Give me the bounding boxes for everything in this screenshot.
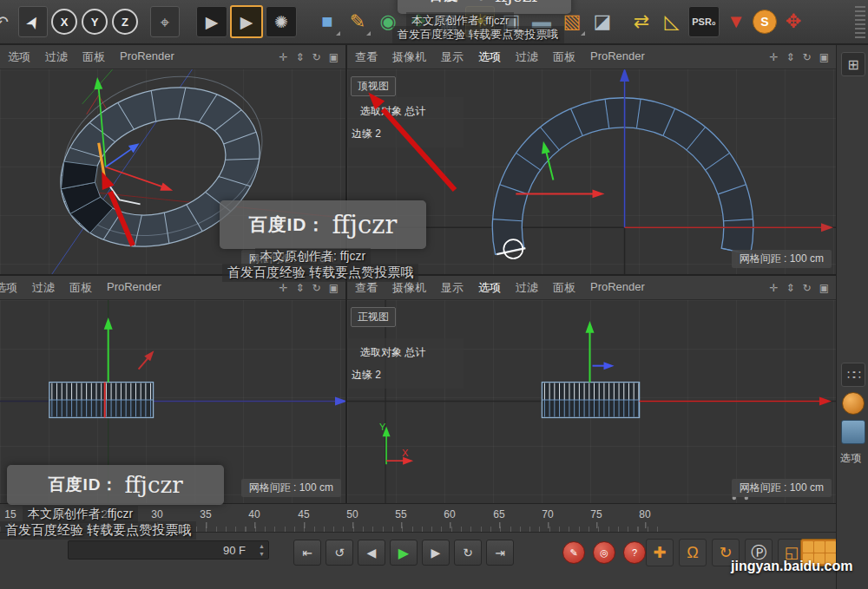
menu-panel[interactable]: 面板: [553, 280, 575, 296]
menu-options[interactable]: 选项: [478, 49, 501, 65]
workplane-icon[interactable]: ◺: [658, 7, 686, 36]
menu-filter[interactable]: 过滤: [516, 49, 538, 65]
zoom-view-icon[interactable]: ⇕: [296, 51, 305, 63]
menu-filter[interactable]: 过滤: [45, 49, 68, 65]
pen-tool-icon[interactable]: ✎: [344, 7, 372, 36]
stepper-down-icon[interactable]: ▼: [259, 550, 265, 558]
coord-system-icon[interactable]: ⌖: [150, 6, 180, 37]
play-reverse-button[interactable]: ↺: [326, 540, 353, 566]
menu-prorender[interactable]: ProRender: [590, 49, 645, 65]
magnet-tool-button[interactable]: Ω: [679, 539, 707, 566]
render-view-icon[interactable]: ▶: [196, 6, 227, 37]
view-label-front: 正视图: [351, 307, 396, 327]
tick-55[interactable]: 55: [395, 508, 406, 520]
rotate-view-icon[interactable]: ↻: [803, 282, 812, 294]
menu-camera[interactable]: 摄像机: [392, 49, 426, 65]
menu-panel[interactable]: 面板: [82, 49, 105, 65]
menu-prorender[interactable]: ProRender: [107, 280, 161, 296]
maximize-view-icon[interactable]: ▣: [329, 51, 339, 63]
snap-enable-icon[interactable]: S: [753, 10, 777, 34]
tick-75[interactable]: 75: [590, 508, 602, 520]
menu-filter[interactable]: 过滤: [32, 280, 55, 296]
maximize-view-icon[interactable]: ▣: [819, 51, 829, 63]
frame-range-field[interactable]: 90 F ▲ ▼: [68, 540, 269, 560]
menu-options[interactable]: 选项: [0, 280, 17, 296]
goto-start-button[interactable]: ⇤: [293, 540, 321, 566]
tick-60[interactable]: 60: [444, 508, 455, 520]
tick-50[interactable]: 50: [346, 508, 358, 520]
undo-icon[interactable]: ↶: [0, 7, 16, 36]
axis-x-label: X: [402, 448, 409, 458]
next-frame-button[interactable]: ▶: [422, 540, 450, 566]
pan-view-icon[interactable]: ✛: [769, 282, 778, 294]
loop-button[interactable]: ↻: [454, 540, 482, 566]
snap-xyz-icon[interactable]: ⇄: [628, 7, 655, 36]
play-button[interactable]: ▶: [390, 540, 418, 566]
grip-dots-icon[interactable]: ∷∷: [841, 363, 865, 387]
viewport-menu-bar: 选项过滤面板ProRender ✛⇕↻▣: [0, 45, 345, 69]
tick-35[interactable]: 35: [200, 508, 211, 520]
render-settings-icon[interactable]: ✺: [266, 6, 297, 37]
drop-to-floor-icon[interactable]: ▼: [722, 7, 750, 36]
pan-view-icon[interactable]: ✛: [769, 51, 778, 63]
menu-prorender[interactable]: ProRender: [590, 280, 645, 296]
goto-end-button[interactable]: ⇥: [486, 540, 514, 566]
keyframe-help-button[interactable]: ?: [623, 541, 646, 564]
tick-15[interactable]: 15: [4, 508, 16, 520]
right-panel-strip: ⊞ ∷∷ 选项: [836, 45, 868, 589]
grid-spacing-label: 网格间距 : 100 cm: [241, 479, 341, 497]
viewport-canvas-front[interactable]: Y X 正视图 选取对象 总计 边缘 2 网格间距 : 100 cm: [347, 300, 836, 503]
move-tool-button[interactable]: ✚: [646, 539, 674, 566]
stepper-up-icon[interactable]: ▲: [259, 542, 265, 550]
display-tag-icon[interactable]: ◪: [589, 7, 616, 36]
pan-view-icon[interactable]: ✛: [279, 282, 287, 294]
tick-40[interactable]: 40: [248, 508, 260, 520]
axis-modify-icon[interactable]: ✥: [779, 7, 807, 36]
psr-zero-icon[interactable]: PSR₀: [688, 6, 720, 37]
viewport-menu-bar: 查看摄像机显示选项过滤面板ProRender ✛⇕↻▣: [347, 276, 836, 300]
rotate-view-icon[interactable]: ↻: [312, 282, 321, 294]
record-keyframe-button[interactable]: ✎: [562, 541, 585, 564]
menu-display[interactable]: 显示: [441, 49, 464, 65]
rotate-view-icon[interactable]: ↻: [803, 51, 812, 63]
panel-plus-icon[interactable]: ⊞: [841, 52, 865, 76]
render-picture-viewer-icon[interactable]: ▶: [230, 5, 263, 38]
axis-z-lock-button[interactable]: Z: [112, 9, 138, 35]
menu-filter[interactable]: 过滤: [516, 280, 538, 296]
menu-options[interactable]: 选项: [8, 49, 30, 65]
menu-prorender[interactable]: ProRender: [120, 49, 174, 65]
watermark-id-prefix: 百度ID：: [249, 213, 326, 237]
menu-camera[interactable]: 摄像机: [392, 280, 426, 296]
menu-view[interactable]: 查看: [355, 49, 378, 65]
maximize-view-icon[interactable]: ▣: [329, 282, 339, 294]
tick-45[interactable]: 45: [298, 508, 309, 520]
zoom-view-icon[interactable]: ⇕: [786, 282, 795, 294]
zoom-view-icon[interactable]: ⇕: [296, 282, 305, 294]
hud-selection-header: 选取对象 总计: [347, 345, 464, 360]
tick-30[interactable]: 30: [151, 508, 162, 520]
menu-panel[interactable]: 面板: [69, 280, 92, 296]
rotate-view-icon[interactable]: ↻: [312, 51, 321, 63]
toolbar-grip-handle[interactable]: [855, 6, 865, 39]
maximize-view-icon[interactable]: ▣: [819, 282, 829, 294]
frame-stepper[interactable]: ▲ ▼: [259, 542, 265, 558]
add-cube-icon[interactable]: ■: [313, 7, 341, 36]
pan-view-icon[interactable]: ✛: [279, 51, 287, 63]
axis-x-lock-button[interactable]: X: [51, 9, 77, 35]
material-ball-icon[interactable]: [842, 392, 865, 415]
menu-panel[interactable]: 面板: [553, 49, 575, 65]
tick-70[interactable]: 70: [542, 508, 553, 520]
axis-y-lock-button[interactable]: Y: [82, 9, 108, 35]
menu-display[interactable]: 显示: [441, 280, 464, 296]
menu-options[interactable]: 选项: [478, 280, 501, 296]
select-tool-icon[interactable]: ➤: [18, 6, 48, 37]
tick-80[interactable]: 80: [639, 508, 650, 520]
watermark-badge: 百度ID： ffjczr: [7, 465, 224, 505]
zoom-view-icon[interactable]: ⇕: [786, 51, 795, 63]
c4d-window: ↶➤XYZ⌖▶▶✺■✎◉❖▦☀▣▬▧◪⇄◺PSR₀▼S✥ 选项过滤面板ProRe…: [0, 0, 868, 589]
autokey-button[interactable]: ◎: [593, 541, 615, 564]
menu-view[interactable]: 查看: [355, 280, 378, 296]
tick-65[interactable]: 65: [493, 508, 504, 520]
prev-frame-button[interactable]: ◀: [358, 540, 385, 566]
layout-tile-icon[interactable]: [841, 420, 865, 444]
